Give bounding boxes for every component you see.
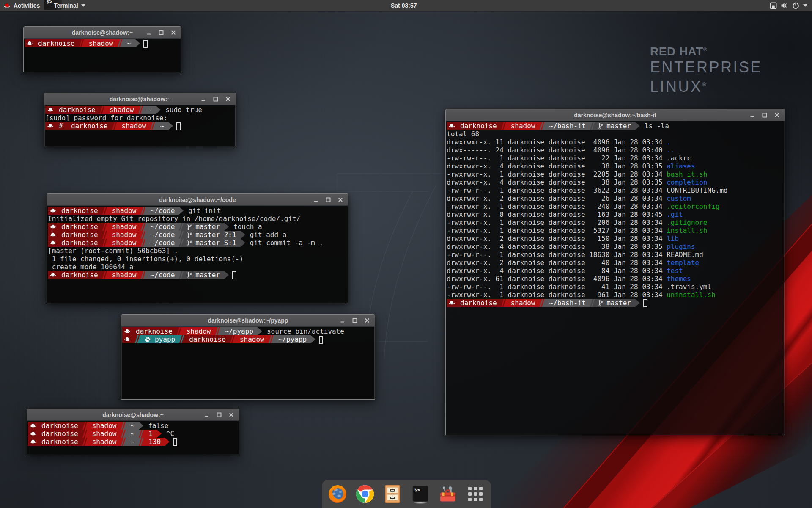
- terminal-content[interactable]: darknoiseshadow~: [24, 39, 181, 72]
- maximize-button[interactable]: [761, 111, 768, 119]
- terminal-text: Initialized empty Git repository in /hom…: [48, 215, 300, 223]
- prompt-segment: 1: [144, 430, 157, 438]
- prompt-separator: [590, 299, 595, 307]
- close-button[interactable]: [228, 411, 235, 419]
- dock-firefox[interactable]: [327, 484, 347, 504]
- volume-icon[interactable]: [781, 2, 788, 9]
- minimize-button[interactable]: [749, 111, 756, 119]
- prompt-segment: darknoise: [28, 438, 82, 446]
- titlebar[interactable]: darknoise@shadow:~: [44, 93, 236, 105]
- terminal-text: -rwxrwxr-x. 1 darknoise darknoise 2205 J…: [447, 170, 667, 178]
- prompt-separator: [269, 335, 274, 343]
- prompt-segment: ~: [156, 122, 168, 130]
- terminal-line: darknoiseshadow~: [25, 39, 181, 47]
- close-button[interactable]: [224, 95, 232, 103]
- prompt-arrow-cap: [258, 327, 262, 335]
- prompt-arrow-cap: [241, 231, 245, 239]
- system-caret-down-icon[interactable]: [803, 4, 807, 7]
- clock[interactable]: Sat 03:57: [391, 0, 417, 11]
- app-menu-label: Terminal: [54, 2, 78, 9]
- terminal-content[interactable]: darknoiseshadow~/pyappsource bin/activat…: [122, 327, 374, 399]
- close-button[interactable]: [170, 29, 177, 36]
- terminal-text: .git: [667, 210, 683, 218]
- prompt-arrow-cap: [156, 106, 161, 114]
- terminal-line: drwxrwxr-x. 4 darknoise darknoise 38 Jan…: [447, 162, 784, 170]
- dock-app-grid[interactable]: [466, 484, 486, 504]
- terminal-line: darknoiseshadow~/codemaster: [48, 271, 348, 279]
- prompt-segment: shadow: [85, 39, 118, 47]
- titlebar[interactable]: darknoise@shadow:~/code: [47, 194, 348, 206]
- terminal-content[interactable]: darknoiseshadow~falsedarknoiseshadow~1^C…: [27, 421, 239, 454]
- prompt-segment: ~: [144, 106, 156, 114]
- prompt-segment: ~/code: [146, 223, 179, 231]
- titlebar[interactable]: darknoise@shadow:~: [27, 409, 239, 421]
- terminal-line: drwxrwxr-x. 11 darknoise darknoise 4096 …: [447, 138, 784, 146]
- prompt-separator: [102, 271, 108, 279]
- rhel-wordmark: RED HAT® ENTERPRISE LINUX®: [650, 44, 762, 95]
- dock-files[interactable]: [383, 484, 403, 504]
- terminal-text: -rwxrwxr-x. 1 darknoise darknoise 206 Ja…: [447, 218, 667, 226]
- terminal-line: darknoiseshadow~130: [28, 438, 239, 446]
- window-buttons: [200, 93, 232, 105]
- terminal-text: false: [148, 422, 168, 430]
- titlebar[interactable]: darknoise@shadow:~/pyapp: [121, 315, 375, 326]
- minimize-button[interactable]: [312, 196, 320, 204]
- maximize-button[interactable]: [157, 29, 165, 36]
- titlebar[interactable]: darknoise@shadow:~/bash-it: [446, 109, 785, 121]
- prompt-separator: [139, 438, 144, 446]
- terminal-content[interactable]: darknoiseshadow~/codegit initInitialized…: [47, 206, 348, 303]
- dock-terminal[interactable]: $>: [410, 484, 430, 504]
- terminal-window-w3[interactable]: darknoise@shadow:~/codedarknoiseshadow~/…: [47, 193, 348, 303]
- app-menu[interactable]: $> Terminal: [44, 0, 85, 11]
- window-buttons: [312, 194, 344, 206]
- terminal-text: -rw-rw-r--. 1 darknoise darknoise 22 Jan…: [447, 154, 691, 162]
- terminal-line: darknoiseshadow~/codemaster ?:1git add a: [48, 231, 348, 239]
- terminal-window-w2[interactable]: darknoise@shadow:~darknoiseshadow~sudo t…: [44, 93, 236, 146]
- dock-toolbox[interactable]: [438, 484, 458, 504]
- prompt-segment: shadow: [88, 438, 121, 446]
- hat-icon: [448, 122, 455, 130]
- prompt-separator: [215, 327, 221, 335]
- minimize-button[interactable]: [203, 411, 211, 419]
- rhel-wordmark-enterprise: ENTERPRISE: [650, 59, 762, 76]
- rhel-wordmark-redhat: RED HAT®: [650, 44, 762, 57]
- network-icon[interactable]: [770, 2, 777, 9]
- maximize-button[interactable]: [212, 95, 219, 103]
- minimize-button[interactable]: [200, 95, 207, 103]
- terminal-line: -rwxrwxr-x. 1 darknoise darknoise 240 Ja…: [447, 202, 784, 210]
- minimize-button[interactable]: [339, 317, 346, 324]
- terminal-content[interactable]: darknoiseshadow~sudo true[sudo] password…: [45, 105, 235, 146]
- activities-label: Activities: [14, 2, 40, 9]
- terminal-content[interactable]: darknoiseshadow~/bash-itmasterls -latota…: [446, 121, 784, 435]
- minimize-button[interactable]: [145, 29, 153, 36]
- close-button[interactable]: [773, 111, 781, 119]
- prompt-segment: ~: [126, 430, 139, 438]
- prompt-arrow-cap: [224, 271, 229, 279]
- terminal-text: -rw-rw-r--. 1 darknoise darknoise 18630 …: [447, 251, 703, 259]
- terminal-window-w4[interactable]: darknoise@shadow:~/pyappdarknoiseshadow~…: [121, 314, 375, 400]
- terminal-text: sudo true: [165, 106, 202, 114]
- close-button[interactable]: [337, 196, 344, 204]
- files-icon: [383, 484, 402, 504]
- terminal-window-w6[interactable]: darknoise@shadow:~/bash-itdarknoiseshado…: [445, 109, 785, 435]
- hat-icon: [47, 106, 54, 114]
- terminal-text: drwxrwxr-x. 4 darknoise darknoise 84 Jan…: [447, 267, 667, 275]
- terminal-text: template: [667, 259, 699, 267]
- close-button[interactable]: [363, 317, 371, 324]
- terminal-text: git add a: [250, 231, 287, 239]
- titlebar[interactable]: darknoise@shadow:~: [24, 27, 181, 39]
- maximize-button[interactable]: [324, 196, 332, 204]
- terminal-text: install.sh: [667, 226, 707, 235]
- terminal-text: 1 file changed, 0 insertions(+), 0 delet…: [48, 255, 243, 263]
- hat-icon: [448, 299, 455, 307]
- terminal-text: -rw-rw-r--. 1 darknoise darknoise 41 Jan…: [447, 283, 711, 291]
- dock-chrome[interactable]: [355, 484, 375, 504]
- maximize-button[interactable]: [351, 317, 359, 324]
- terminal-window-w5[interactable]: darknoise@shadow:~darknoiseshadow~falsed…: [27, 409, 239, 454]
- app-grid-icon: [467, 486, 483, 502]
- activities-button[interactable]: Activities: [0, 0, 44, 11]
- power-icon[interactable]: [792, 2, 799, 9]
- terminal-window-w1[interactable]: darknoise@shadow:~darknoiseshadow~: [23, 26, 181, 72]
- terminal-text: drwxrwxr-x. 4 darknoise darknoise 38 Jan…: [447, 178, 667, 186]
- maximize-button[interactable]: [215, 411, 223, 419]
